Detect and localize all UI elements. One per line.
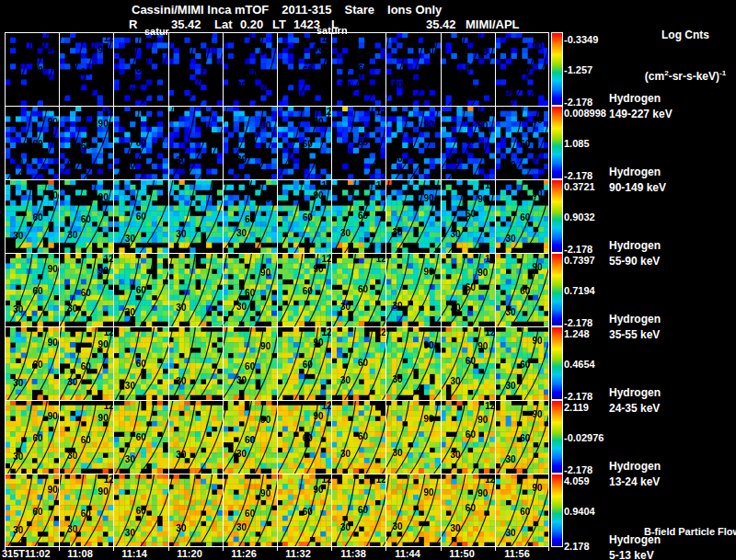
time-label-9: 11:56 [504,548,530,559]
colorbar-panel-4 [551,253,563,326]
axis-tick [495,547,496,551]
l-value: 35.42 [426,17,456,31]
cbar3-max: 0.3721 [564,181,595,192]
axis-tick [223,547,224,551]
axis-tick [59,547,60,551]
cbar6-mid: -0.02976 [564,432,604,443]
time-label-1: 11:08 [67,548,93,559]
lat-value: 0.20 [240,17,263,31]
colorbar-panel-1 [551,32,563,106]
time-label-4: 11:26 [231,548,257,559]
saturn-annotation-left: satur [144,26,169,37]
axis-tick [331,547,332,551]
title-mode: Stare [345,3,375,17]
axis-tick [277,547,278,551]
axis-tick [385,547,386,551]
cbar2-max: 0.008998 [564,108,606,119]
colorbar-panel-3 [551,179,563,253]
cbar6-min: -2.178 [564,464,592,475]
bfield-flow-label: B-field Particle Flow [644,526,736,537]
mimi-display-window: Cassini/MIMI Inca mTOF 2011-315 Stare Io… [0,0,736,560]
title-date: 2011-315 [282,3,331,17]
time-label-8: 11:50 [449,548,475,559]
saturn-annotation-mid: saturn [316,25,348,36]
cbar2-mid: 1.085 [564,138,590,149]
cbar3-mid: 0.9032 [564,211,595,223]
cbar2-min: -2.178 [564,170,592,181]
time-label-3: 11:20 [177,548,202,559]
time-label-6: 11:38 [340,548,366,559]
colorbar-panel-7 [551,474,563,547]
title-ions: Ions Only [387,3,442,17]
axis-tick [548,547,549,551]
cbar4-mid: 0.7194 [564,285,595,296]
cbar1-mid: -1.257 [564,64,592,75]
cbar7-mid: 0.9404 [564,506,595,517]
colorbar-panel-6 [551,400,563,474]
axis-tick [113,547,114,551]
lt-label: LT [272,17,286,31]
colorbar-panel-5 [551,326,563,400]
colorbar-panel-2 [551,106,563,179]
cbar4-max: 0.7397 [564,255,595,266]
time-label-2: 11:14 [121,548,147,559]
cbar4-min: -2.178 [564,317,592,328]
cbar1-min: -2.178 [564,97,592,108]
page-title: Cassini/MIMI Inca mTOF 2011-315 Stare Io… [132,3,442,17]
cbar5-min: -2.178 [564,391,592,402]
cbar1-max: -0.3349 [564,34,598,45]
r-value: 35.42 [171,17,201,31]
cbar7-max: 4.059 [564,475,590,486]
spectrogram-grid [5,32,549,547]
cbar7-min: 2.178 [564,541,590,552]
axis-tick [441,547,442,551]
time-label-0: 315T11:02 [2,548,51,559]
axis-tick [168,547,169,551]
cbar5-mid: 0.4654 [564,359,595,370]
agency-label: MIMI/APL [466,17,520,31]
title-mission: Cassini/MIMI Inca mTOF [132,3,269,17]
r-label: R [129,17,137,31]
cbar3-min: -2.178 [564,244,592,255]
time-label-7: 11:44 [395,548,420,559]
lat-label: Lat [214,17,233,31]
cbar6-max: 2.119 [564,402,589,413]
cbar5-max: 1.248 [564,328,590,339]
time-label-5: 11:32 [285,548,311,559]
colorbar-title-line1: Log Cnts [639,29,731,41]
